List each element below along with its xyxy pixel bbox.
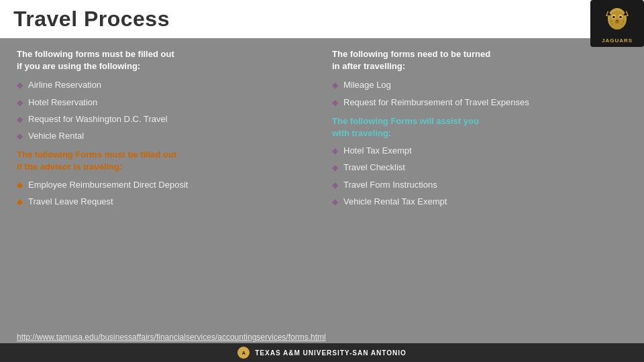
list-item: ◆Hotel Tax Exempt — [332, 145, 627, 157]
right-intro: The following forms need to be turned in… — [332, 48, 627, 72]
logo-area: JAGUARS — [590, 0, 644, 47]
list-item: ◆Travel Leave Request — [17, 196, 312, 208]
bullet-text: Travel Leave Request — [28, 196, 113, 208]
jaguar-icon — [601, 4, 633, 36]
bullet-text: Vehicle Rental Tax Exempt — [343, 196, 447, 208]
page-title: Travel Process — [13, 7, 170, 32]
bullet-text: Airline Reservation — [28, 79, 101, 91]
left-intro-line1: The following forms must be filled out — [17, 49, 174, 59]
left-intro-line2: if you are using the following: — [17, 61, 140, 71]
list-item: ◆Travel Form Instructions — [332, 179, 627, 191]
right-section2-line1: The following Forms will assist you — [332, 116, 479, 126]
left-column: The following forms must be filled out i… — [17, 48, 312, 215]
svg-point-11 — [621, 23, 623, 25]
left-bullets: ◆Airline Reservation ◆Hotel Reservation … — [17, 79, 312, 142]
list-item: ◆Hotel Reservation — [17, 97, 312, 109]
left-section2-line1: The following Forms must be filled out — [17, 149, 176, 160]
list-item: ◆Employee Reimbursement Direct Deposit — [17, 179, 312, 191]
svg-point-7 — [616, 19, 619, 21]
bullet-icon: ◆ — [332, 162, 338, 174]
footer-logo-icon: A — [237, 347, 250, 359]
bullet-icon: ◆ — [332, 80, 338, 91]
list-item: ◆Vehicle Rental Tax Exempt — [332, 196, 627, 208]
left-section2-line2: if the advisor is traveling: — [17, 162, 123, 172]
right-section2-line2: with traveling: — [332, 128, 391, 138]
bullet-icon: ◆ — [17, 180, 23, 191]
bullet-text: Request for Reimbursement of Travel Expe… — [343, 97, 529, 109]
slide: Travel Process — [0, 0, 644, 362]
bullet-icon: ◆ — [17, 196, 23, 208]
bullet-icon: ◆ — [17, 97, 23, 109]
bullet-icon: ◆ — [17, 131, 23, 142]
svg-point-10 — [612, 23, 613, 25]
bullet-text: Travel Form Instructions — [343, 179, 437, 191]
bullet-icon: ◆ — [17, 80, 23, 91]
bullet-icon: ◆ — [332, 145, 338, 157]
list-item: ◆Vehicle Rental — [17, 130, 312, 142]
bullet-icon: ◆ — [17, 114, 23, 125]
left-section2-bullets: ◆Employee Reimbursement Direct Deposit ◆… — [17, 179, 312, 208]
bullet-text: Vehicle Rental — [28, 130, 84, 142]
svg-point-5 — [612, 15, 615, 18]
bullet-text: Mileage Log — [343, 79, 391, 91]
logo-text: JAGUARS — [602, 38, 633, 44]
bullet-text: Travel Checklist — [343, 162, 405, 174]
footer-university-name: TEXAS A&M UNIVERSITY-SAN ANTONIO — [255, 349, 407, 357]
bullet-icon: ◆ — [332, 180, 338, 191]
bullet-text: Request for Washington D.C. Travel — [28, 113, 168, 125]
list-item: ◆Request for Washington D.C. Travel — [17, 113, 312, 125]
main-content: The following forms must be filled out i… — [0, 38, 644, 225]
right-bullets: ◆Mileage Log ◆Request for Reimbursement … — [332, 79, 627, 108]
svg-point-8 — [610, 20, 612, 21]
left-intro: The following forms must be filled out i… — [17, 48, 312, 72]
right-section2-bullets: ◆Hotel Tax Exempt ◆Travel Checklist ◆Tra… — [332, 145, 627, 208]
footer-url: http://www.tamusa.edu/businessaffairs/fi… — [17, 333, 627, 342]
bullet-text: Hotel Reservation — [28, 97, 97, 109]
right-section2-heading: The following Forms will assist you with… — [332, 115, 627, 139]
title-bar: Travel Process — [0, 0, 644, 38]
svg-point-6 — [619, 15, 622, 18]
list-item: ◆Request for Reimbursement of Travel Exp… — [332, 97, 627, 109]
right-column: The following forms need to be turned in… — [332, 48, 627, 215]
svg-point-9 — [623, 20, 624, 21]
list-item: ◆Airline Reservation — [17, 79, 312, 91]
bullet-icon: ◆ — [332, 97, 338, 109]
right-intro-line2: in after travelling: — [332, 61, 405, 71]
footer-bar: A TEXAS A&M UNIVERSITY-SAN ANTONIO — [0, 343, 644, 362]
bullet-text: Hotel Tax Exempt — [343, 145, 412, 157]
bullet-icon: ◆ — [332, 196, 338, 208]
left-section2-heading: The following Forms must be filled out i… — [17, 149, 312, 173]
footer-url-text: http://www.tamusa.edu/businessaffairs/fi… — [17, 333, 326, 342]
list-item: ◆Travel Checklist — [332, 162, 627, 174]
right-intro-line1: The following forms need to be turned — [332, 49, 490, 59]
bullet-text: Employee Reimbursement Direct Deposit — [28, 179, 188, 191]
list-item: ◆Mileage Log — [332, 79, 627, 91]
